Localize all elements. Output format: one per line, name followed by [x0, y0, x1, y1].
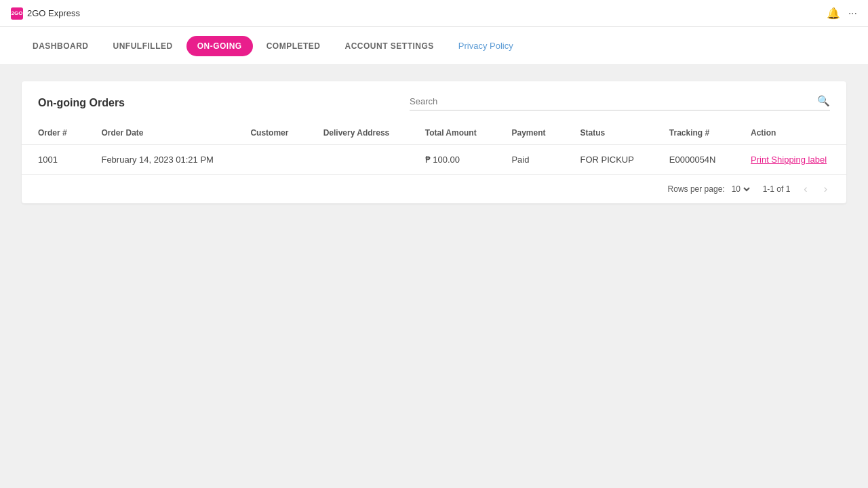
- col-tracking: Tracking #: [653, 121, 734, 145]
- col-customer: Customer: [234, 121, 307, 145]
- nav-item-completed[interactable]: COMPLETED: [256, 36, 332, 56]
- col-address: Delivery Address: [307, 121, 409, 145]
- cell-date: February 14, 2023 01:21 PM: [85, 145, 234, 175]
- notification-icon[interactable]: 🔔: [827, 7, 840, 20]
- col-date: Order Date: [85, 121, 234, 145]
- table-header: Order # Order Date Customer Delivery Add…: [22, 121, 846, 145]
- col-order: Order #: [22, 121, 85, 145]
- search-icon: 🔍: [817, 95, 830, 107]
- search-wrapper: 🔍: [410, 95, 830, 110]
- cell-customer: [234, 145, 307, 175]
- table-row: 1001 February 14, 2023 01:21 PM ₱ 100.00…: [22, 145, 846, 175]
- rows-per-page-select[interactable]: 10 25 50: [729, 184, 752, 195]
- prev-page-button[interactable]: ‹: [801, 182, 810, 197]
- more-icon[interactable]: ···: [848, 7, 857, 20]
- cell-status: FOR PICKUP: [564, 145, 652, 175]
- col-status: Status: [564, 121, 652, 145]
- page-info: 1-1 of 1: [763, 184, 791, 194]
- cell-payment: Paid: [495, 145, 564, 175]
- topbar-left: 2GO 2GO Express: [11, 7, 80, 20]
- col-action: Action: [734, 121, 846, 145]
- page-title: On-going Orders: [38, 97, 125, 109]
- nav-item-privacy-policy[interactable]: Privacy Policy: [448, 35, 524, 56]
- print-shipping-label-link[interactable]: Print Shipping label: [751, 155, 827, 165]
- cell-address: [307, 145, 409, 175]
- nav-item-dashboard[interactable]: DASHBOARD: [22, 36, 100, 56]
- app-name: 2GO Express: [27, 8, 80, 18]
- col-payment: Payment: [495, 121, 564, 145]
- logo-icon: 2GO: [11, 7, 23, 20]
- pagination: Rows per page: 10 25 50 1-1 of 1 ‹ ›: [22, 175, 846, 203]
- cell-amount: ₱ 100.00: [409, 145, 496, 175]
- main-content: On-going Orders 🔍 Order # Order Date Cus…: [0, 65, 868, 220]
- table-body: 1001 February 14, 2023 01:21 PM ₱ 100.00…: [22, 145, 846, 175]
- rows-per-page: Rows per page: 10 25 50: [668, 184, 752, 195]
- nav-item-account-settings[interactable]: ACCOUNT SETTINGS: [334, 36, 445, 56]
- nav-item-ongoing[interactable]: ON-GOING: [186, 36, 253, 56]
- rows-per-page-label: Rows per page:: [668, 184, 725, 194]
- cell-order: 1001: [22, 145, 85, 175]
- next-page-button[interactable]: ›: [821, 182, 830, 197]
- nav: DASHBOARD UNFULFILLED ON-GOING COMPLETED…: [0, 27, 868, 65]
- search-input[interactable]: [410, 96, 813, 106]
- orders-card: On-going Orders 🔍 Order # Order Date Cus…: [22, 81, 846, 203]
- card-header: On-going Orders 🔍: [22, 81, 846, 121]
- cell-action: Print Shipping label: [734, 145, 846, 175]
- topbar-right: 🔔 ···: [827, 7, 857, 20]
- col-amount: Total Amount: [409, 121, 496, 145]
- topbar: 2GO 2GO Express 🔔 ···: [0, 0, 868, 27]
- nav-item-unfulfilled[interactable]: UNFULFILLED: [102, 36, 184, 56]
- orders-table: Order # Order Date Customer Delivery Add…: [22, 121, 846, 175]
- cell-tracking: E0000054N: [653, 145, 734, 175]
